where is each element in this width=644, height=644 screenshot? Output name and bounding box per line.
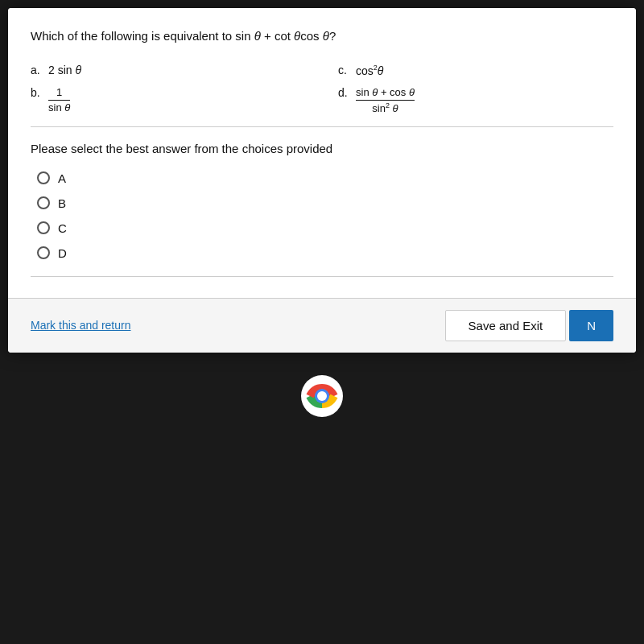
radio-circle-a[interactable] xyxy=(37,171,50,184)
radio-circle-d[interactable] xyxy=(37,246,50,259)
radio-label-d: D xyxy=(58,246,67,260)
radio-option-b[interactable]: B xyxy=(37,196,613,210)
divider-1 xyxy=(31,126,613,127)
radio-label-b: B xyxy=(58,196,66,210)
choice-d: d. sin θ + cos θ sin2 θ xyxy=(338,83,613,118)
radio-circle-c[interactable] xyxy=(37,221,50,234)
radio-label-c: C xyxy=(58,221,67,235)
radio-option-c[interactable]: C xyxy=(37,221,613,235)
question-text: Which of the following is equivalent to … xyxy=(31,27,613,46)
choice-b: b. 1 sin θ xyxy=(31,83,306,118)
choice-c-letter: c. xyxy=(338,64,351,76)
choice-b-denominator: sin θ xyxy=(48,101,70,114)
choice-c-label: cos2θ xyxy=(356,64,383,77)
choice-d-denominator: sin2 θ xyxy=(372,101,398,115)
choice-a-label: 2 sin θ xyxy=(48,64,81,76)
svg-point-3 xyxy=(317,391,327,401)
radio-label-a: A xyxy=(58,171,66,185)
radio-option-a[interactable]: A xyxy=(37,171,613,185)
choice-b-fraction: 1 sin θ xyxy=(48,86,70,114)
choice-b-letter: b. xyxy=(31,86,43,99)
choice-a-letter: a. xyxy=(31,64,43,76)
chrome-icon xyxy=(301,375,343,420)
divider-2 xyxy=(31,276,613,277)
choice-a: a. 2 sin θ xyxy=(31,60,306,80)
save-exit-button[interactable]: Save and Exit xyxy=(445,310,567,341)
choices-grid: a. 2 sin θ c. cos2θ b. 1 sin θ d. sin xyxy=(31,60,613,118)
quiz-container: Which of the following is equivalent to … xyxy=(8,8,636,353)
radio-option-d[interactable]: D xyxy=(37,246,613,260)
choice-d-numerator: sin θ + cos θ xyxy=(356,86,415,101)
choice-c: c. cos2θ xyxy=(338,60,613,80)
next-button[interactable]: N xyxy=(569,310,613,341)
choice-d-letter: d. xyxy=(338,86,351,99)
choice-b-numerator: 1 xyxy=(48,86,70,101)
instruction-text: Please select the best answer from the c… xyxy=(31,142,613,155)
question-area: Which of the following is equivalent to … xyxy=(8,8,636,298)
choice-d-fraction: sin θ + cos θ sin2 θ xyxy=(356,86,415,115)
radio-circle-b[interactable] xyxy=(37,196,50,209)
footer-buttons: Save and Exit N xyxy=(445,310,613,341)
footer-area: Mark this and return Save and Exit N xyxy=(8,298,636,353)
mark-and-return-link[interactable]: Mark this and return xyxy=(31,319,131,332)
radio-options: A B C D xyxy=(31,171,613,260)
